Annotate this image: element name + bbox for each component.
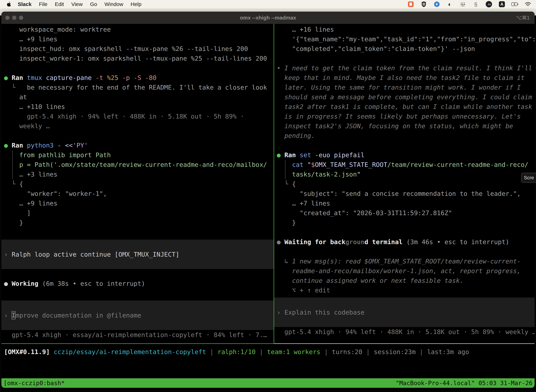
tmux-panes: workspace_mode: worktree … +9 lines insp… <box>1 24 535 344</box>
terminal-line: '{"team_name":"my-team","task_id":"1","f… <box>274 34 535 44</box>
terminal-line: … +9 lines <box>1 34 274 44</box>
blank-line <box>1 269 274 279</box>
terminal-line: p = Path('.omx/state/team/review-current… <box>1 160 274 169</box>
battery-charging-icon[interactable] <box>511 1 518 8</box>
terminal-line: inspect_hud: omx sparkshell --tmux-pane … <box>1 44 274 54</box>
blank-line <box>274 140 535 150</box>
menu-items: SlackFileEditViewGoWindowHelp <box>0 1 145 7</box>
tmux-status-bar: [omx-cczip0:bash* "MacBook-Pro-44.local"… <box>1 378 535 388</box>
terminal-line: gpt-5.4 xhigh · essay/ai-reimplementatio… <box>1 330 274 340</box>
menu-item-help[interactable]: Help <box>127 1 145 7</box>
terminal-line: at <box>1 92 274 102</box>
terminal-line: "worker": "worker-1", <box>1 189 274 198</box>
squiggle-icon[interactable]: § <box>472 1 479 8</box>
terminal-line: "subject": "send a concise recommendatio… <box>274 189 535 198</box>
terminal-line: … +3 lines <box>1 169 274 179</box>
terminal-line: } <box>1 218 274 227</box>
terminal-line: gpt-5.4 xhigh · 94% left · 488K in · 5.1… <box>274 327 535 337</box>
terminal-line: … +7 lines <box>274 198 535 208</box>
menu-item-go[interactable]: Go <box>86 1 101 7</box>
close-window-button[interactable] <box>5 16 10 20</box>
prompt-input[interactable]: › Explain this codebase <box>274 298 535 327</box>
terminal-line: ● Ran tmux capture-pane -t %25 -p -S -80 <box>1 73 274 83</box>
terminal-line: task2 after task1 is complete, but can I… <box>274 102 535 112</box>
terminal-line: keep that in mind. Maybe I also need the… <box>274 73 535 83</box>
window-titlebar: omx --xhigh --madmax ⌥⌘1 <box>1 12 535 24</box>
terminal-line: … +9 lines <box>1 198 274 208</box>
menu-item-view[interactable]: View <box>67 1 86 7</box>
terminal-line: ⌥ + ↑ edit <box>274 285 535 295</box>
terminal-line: "created_at": "2026-03-31T11:59:27.816Z" <box>274 208 535 218</box>
terminal-line: └ be necessary for the end of the README… <box>1 83 274 92</box>
omx-status-line: [OMX#0.11.9] cczip/essay/ai-reimplementa… <box>1 344 535 360</box>
terminal-window: omx --xhigh --madmax ⌥⌘1 workspace_mode:… <box>1 12 535 388</box>
terminal-line: … +110 lines <box>1 102 274 112</box>
blank-line <box>1 63 274 73</box>
terminal-line: continue assigned work or next feasible … <box>274 276 535 285</box>
keyboard-layout-label: A <box>499 1 505 7</box>
tmux-host-clock-label: "MacBook-Pro-44.local" 05:03 31-Mar-26 <box>396 379 532 387</box>
menu-item-window[interactable]: Window <box>101 1 127 7</box>
prompt-input[interactable]: › Improve documentation in @filename <box>1 300 274 330</box>
terminal-empty-area <box>1 360 535 378</box>
terminal-line: inspect_worker-1: omx sparkshell --tmux-… <box>1 54 274 63</box>
terminal-line: workspace_mode: worktree <box>1 25 274 34</box>
terminal-line: • I need to get the claim token from the… <box>274 63 535 73</box>
terminal-line: ] <box>1 208 274 218</box>
traffic-lights <box>5 16 23 20</box>
menu-bar: SlackFileEditViewGoWindowHelp ◐ § ..61 A <box>0 0 536 9</box>
terminal-line: should send a message before completing … <box>274 92 535 102</box>
screen-edge-tooltip: Scre <box>521 173 536 183</box>
terminal-line: is in progress? It seems likely but perh… <box>274 112 535 121</box>
zoom-window-button[interactable] <box>19 16 23 20</box>
terminal-line: ↳ 1 new msg(s): read $OMX_TEAM_STATE_ROO… <box>274 257 535 266</box>
dot-grid-icon[interactable] <box>459 1 466 8</box>
blank-line <box>1 227 274 237</box>
terminal-line: later. Using the same for transition mig… <box>274 83 535 92</box>
blank-line <box>274 54 535 63</box>
terminal-line: cat "$OMX_TEAM_STATE_ROOT/team/review-cu… <box>274 160 535 169</box>
menu-item-file[interactable]: File <box>35 1 51 7</box>
badge-61-icon[interactable]: ..61 <box>485 1 492 8</box>
pane-hud[interactable]: workspace_mode: worktree … +9 lines insp… <box>1 24 274 344</box>
terminal-line: … +16 lines <box>274 25 535 34</box>
terminal-line: from pathlib import Path <box>1 150 274 160</box>
blank-line <box>1 131 274 140</box>
minimize-window-button[interactable] <box>12 16 16 20</box>
menu-item-edit[interactable]: Edit <box>51 1 68 7</box>
wifi-icon[interactable] <box>524 1 531 8</box>
shield-icon[interactable] <box>420 1 427 8</box>
half-moon-icon[interactable]: ◐ <box>446 1 453 8</box>
terminal-line: └ { <box>1 179 274 189</box>
terminal-line: } <box>274 218 535 227</box>
terminal-line: pending. <box>274 131 535 140</box>
terminal-line: ● Ran python3 - <<'PY' <box>1 140 274 150</box>
terminal-line: readme-and-reco/mailbox/worker-1.json, a… <box>274 266 535 276</box>
pane-worker-1[interactable]: … +16 lines '{"team_name":"my-team","tas… <box>274 24 535 344</box>
menu-item-slack[interactable]: Slack <box>14 1 35 7</box>
screen-record-chat-icon[interactable] <box>407 1 414 8</box>
terminal-line: └ { <box>274 179 535 189</box>
terminal-line: ● Waiting for background terminal (3m 46… <box>274 237 535 247</box>
terminal-line: inspect task2's JSON, focusing on the st… <box>274 121 535 131</box>
blank-line <box>274 247 535 257</box>
window-shortcut: ⌥⌘1 <box>516 15 530 21</box>
screen-edge-tooltip-label: Scre <box>524 175 534 181</box>
tmux-session-label: [omx-cczip0:bash* <box>4 379 65 387</box>
badge-61-label: ..61 <box>486 1 492 7</box>
blank-line <box>274 227 535 237</box>
terminal-line: ● Working (6m 38s • esc to interrupt) <box>1 279 274 288</box>
terminal-line: "completed","claim_token":"claim-token"}… <box>274 44 535 54</box>
window-title: omx --xhigh --madmax <box>240 15 296 21</box>
menu-status-icons: ◐ § ..61 A <box>407 1 536 8</box>
compass-bolt-icon[interactable] <box>433 1 440 8</box>
terminal-line: tasks/task-2.json" <box>274 169 535 179</box>
terminal-line: gpt-5.4 xhigh · 94% left · 488K in · 5.1… <box>1 112 274 121</box>
terminal-line: weekly … <box>1 121 274 131</box>
apple-menu-icon[interactable] <box>5 2 12 7</box>
prompt-input[interactable]: › Ralph loop active continue [OMX_TMUX_I… <box>1 240 274 269</box>
terminal-line: ● Ran set -euo pipefail <box>274 150 535 160</box>
blank-line <box>1 288 274 298</box>
keyboard-layout-icon[interactable]: A <box>498 1 505 8</box>
